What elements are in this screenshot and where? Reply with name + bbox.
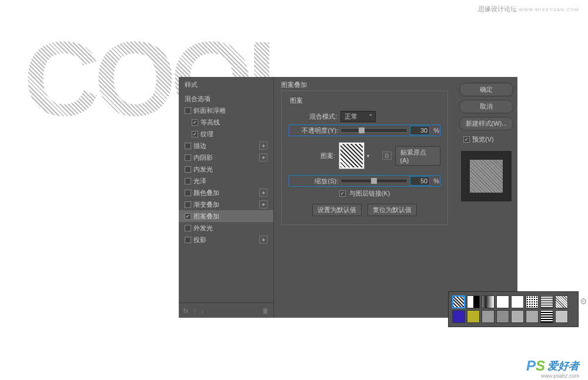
pattern-grid — [452, 295, 574, 323]
style-item-6[interactable]: 光泽 — [179, 175, 273, 187]
style-label: 投影 — [193, 236, 206, 244]
trash-icon[interactable]: 🗑 — [262, 307, 269, 314]
add-effect-icon[interactable]: + — [259, 236, 268, 244]
pattern-swatch[interactable] — [555, 310, 568, 323]
add-effect-icon[interactable]: + — [259, 200, 268, 209]
down-icon[interactable]: ↓ — [201, 307, 205, 314]
style-item-7[interactable]: 颜色叠加+ — [179, 187, 273, 199]
layer-style-dialog: 样式 混合选项 斜面和浮雕等高线纹理描边+内阴影+内发光光泽颜色叠加+渐变叠加+… — [179, 77, 517, 318]
preview-checkbox-row: 预览(V) — [463, 135, 494, 144]
logo-url: www.psahz.com — [541, 373, 579, 379]
pattern-swatch[interactable] — [555, 295, 568, 308]
opacity-row: 不透明度(Y): % — [289, 125, 440, 136]
preview-swatch — [470, 160, 503, 193]
style-checkbox[interactable] — [185, 237, 191, 243]
pattern-swatch[interactable] — [540, 295, 553, 308]
style-checkbox[interactable] — [185, 201, 191, 208]
style-item-10[interactable]: 外发光 — [179, 222, 273, 234]
ok-button[interactable]: 确定 — [459, 83, 513, 96]
pattern-swatch[interactable] — [496, 295, 509, 308]
sidebar-footer: fx ↑ ↓ 🗑 — [179, 302, 273, 318]
style-label: 纹理 — [201, 130, 213, 139]
preview-box — [461, 151, 512, 201]
link-layer-label: 与图层链接(K) — [349, 189, 390, 198]
style-item-0[interactable]: 斜面和浮雕 — [179, 105, 273, 116]
snap-origin-icon[interactable]: ⌼ — [382, 152, 391, 160]
opacity-input[interactable] — [410, 126, 430, 135]
cancel-button[interactable]: 取消 — [459, 100, 513, 113]
up-icon[interactable]: ↑ — [193, 307, 197, 314]
style-label: 光泽 — [193, 177, 206, 186]
style-item-2[interactable]: 纹理 — [179, 128, 273, 140]
style-item-1[interactable]: 等高线 — [179, 116, 273, 128]
chevron-down-icon[interactable]: ▾ — [367, 153, 369, 159]
pattern-swatch[interactable] — [452, 295, 465, 308]
scale-slider[interactable] — [342, 180, 406, 182]
pattern-swatch[interactable] — [526, 310, 539, 323]
pattern-swatch[interactable] — [467, 295, 480, 308]
styles-sidebar: 样式 混合选项 斜面和浮雕等高线纹理描边+内阴影+内发光光泽颜色叠加+渐变叠加+… — [179, 77, 274, 318]
style-item-9[interactable]: 图案叠加 — [179, 210, 273, 222]
scale-row: 缩放(S): % — [289, 175, 440, 187]
blend-mode-label: 混合模式: — [289, 112, 337, 121]
preview-label: 预览(V) — [472, 135, 494, 144]
scale-input[interactable] — [410, 176, 430, 186]
style-checkbox[interactable] — [185, 143, 191, 149]
link-row: 与图层链接(K) — [289, 189, 440, 198]
style-checkbox[interactable] — [185, 178, 191, 184]
snap-origin-button[interactable]: 贴紧原点 (A) — [395, 146, 440, 166]
link-layer-checkbox[interactable] — [339, 190, 346, 197]
style-checkbox[interactable] — [192, 131, 198, 137]
style-checkbox[interactable] — [185, 166, 191, 173]
style-item-3[interactable]: 描边+ — [179, 140, 273, 152]
settings-panel: 图案叠加 图案 混合模式: 正常 不透明度(Y): % 图案: ▾ — [274, 77, 455, 318]
reset-default-button[interactable]: 复位为默认值 — [368, 204, 417, 216]
style-checkbox[interactable] — [185, 213, 191, 220]
new-style-button[interactable]: 新建样式(W)... — [459, 117, 513, 130]
style-checkbox[interactable] — [192, 119, 198, 126]
style-label: 等高线 — [201, 118, 220, 127]
blend-options-item[interactable]: 混合选项 — [179, 93, 273, 105]
scale-label: 缩放(S): — [290, 177, 338, 186]
style-checkbox[interactable] — [185, 225, 191, 231]
add-effect-icon[interactable]: + — [259, 189, 268, 197]
preview-checkbox[interactable] — [463, 136, 470, 143]
style-label: 内发光 — [193, 165, 213, 174]
pattern-swatch[interactable] — [496, 310, 509, 323]
right-panel: 确定 取消 新建样式(W)... 预览(V) — [455, 77, 517, 318]
style-item-11[interactable]: 投影+ — [179, 234, 273, 246]
blend-mode-row: 混合模式: 正常 — [289, 111, 440, 122]
style-label: 内阴影 — [193, 153, 213, 162]
pattern-swatch[interactable] — [526, 295, 539, 308]
blend-mode-dropdown[interactable]: 正常 — [340, 111, 376, 122]
set-default-button[interactable]: 设置为默认值 — [312, 204, 362, 216]
pattern-swatch[interactable] — [482, 310, 495, 323]
style-label: 图案叠加 — [193, 212, 219, 221]
style-label: 渐变叠加 — [193, 200, 219, 209]
pattern-row: 图案: ▾ ⌼ 贴紧原点 (A) — [289, 142, 440, 169]
pattern-swatch[interactable] — [511, 310, 524, 323]
pattern-swatch[interactable] — [540, 310, 553, 323]
gear-icon[interactable]: ⚙ — [580, 297, 587, 306]
add-effect-icon[interactable]: + — [259, 153, 268, 162]
style-item-4[interactable]: 内阴影+ — [179, 152, 273, 163]
style-checkbox[interactable] — [185, 154, 191, 161]
style-checkbox[interactable] — [185, 107, 191, 114]
styles-list: 混合选项 斜面和浮雕等高线纹理描边+内阴影+内发光光泽颜色叠加+渐变叠加+图案叠… — [179, 93, 273, 302]
pattern-thumbnail[interactable] — [339, 142, 365, 169]
panel-title: 图案叠加 — [281, 80, 448, 89]
fx-label[interactable]: fx — [183, 307, 189, 314]
percent-unit: % — [433, 177, 439, 184]
default-buttons-row: 设置为默认值 复位为默认值 — [289, 204, 440, 216]
style-item-5[interactable]: 内发光 — [179, 163, 273, 175]
style-checkbox[interactable] — [185, 190, 191, 196]
style-item-8[interactable]: 渐变叠加+ — [179, 199, 273, 210]
percent-unit: % — [433, 127, 439, 134]
pattern-swatch[interactable] — [511, 295, 524, 308]
pattern-swatch[interactable] — [482, 295, 495, 308]
pattern-picker-panel: ⚙ — [448, 291, 579, 327]
add-effect-icon[interactable]: + — [259, 142, 268, 150]
pattern-swatch[interactable] — [467, 310, 480, 323]
opacity-slider[interactable] — [342, 129, 406, 132]
pattern-swatch[interactable] — [452, 310, 465, 323]
